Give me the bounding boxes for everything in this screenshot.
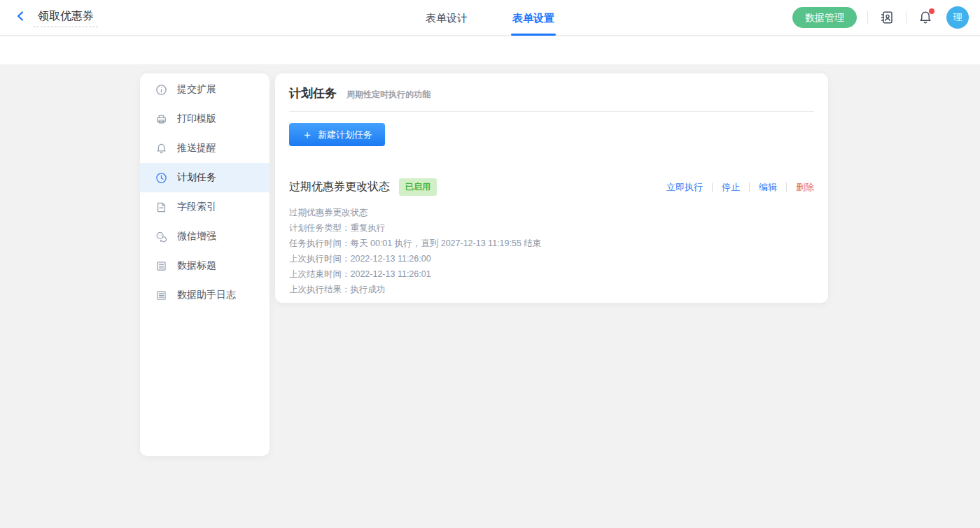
tab-form-design[interactable]: 表单设计 <box>426 0 468 36</box>
divider <box>749 183 750 192</box>
data-manage-button[interactable]: 数据管理 <box>792 7 857 28</box>
sidebar-item-label: 数据标题 <box>177 259 216 272</box>
list-icon <box>155 260 167 272</box>
sidebar-item-scheduled-tasks[interactable]: 计划任务 <box>140 163 270 192</box>
panel-header: 计划任务 周期性定时执行的功能 <box>289 85 814 101</box>
task-item: 过期优惠券更改状态 已启用 立即执行 停止 编辑 删除 过期优惠券更改状态 计划… <box>289 178 814 297</box>
bell-icon <box>155 143 167 155</box>
last-run-time-line: 上次执行时间：2022-12-13 11:26:00 <box>289 251 814 266</box>
divider <box>289 111 814 112</box>
task-type-line: 计划任务类型：重复执行 <box>289 220 814 236</box>
task-title-row: 过期优惠券更改状态 已启用 立即执行 停止 编辑 删除 <box>289 178 814 196</box>
contacts-book-icon[interactable] <box>878 9 895 26</box>
last-end-time-line: 上次结束时间：2022-12-13 11:26:01 <box>289 266 814 282</box>
top-header: 领取优惠券 表单设计 表单设置 数据管理 <box>0 0 980 36</box>
form-title[interactable]: 领取优惠券 <box>34 8 98 27</box>
wechat-icon <box>155 231 167 243</box>
task-actions: 立即执行 停止 编辑 删除 <box>666 181 814 194</box>
sidebar-item-data-title[interactable]: 数据标题 <box>140 251 270 280</box>
sidebar-item-label: 数据助手日志 <box>177 289 236 301</box>
notification-dot <box>929 8 934 14</box>
sub-header-strip <box>0 36 980 64</box>
sidebar-item-label: 字段索引 <box>177 201 216 213</box>
task-name: 过期优惠券更改状态 <box>289 180 390 194</box>
back-button[interactable] <box>14 10 28 24</box>
header-right-controls: 数据管理 理 <box>792 0 969 36</box>
printer-icon <box>155 113 167 125</box>
scheduled-tasks-panel: 计划任务 周期性定时执行的功能 ＋ 新建计划任务 过期优惠券更改状态 已启用 立… <box>275 73 828 303</box>
panel-title: 计划任务 <box>289 85 337 101</box>
new-task-button[interactable]: ＋ 新建计划任务 <box>289 123 385 146</box>
user-avatar[interactable]: 理 <box>946 6 969 29</box>
sidebar-item-data-assistant-log[interactable]: 数据助手日志 <box>140 280 270 310</box>
chevron-left-icon <box>15 10 27 25</box>
divider <box>786 183 787 192</box>
sidebar-item-field-index[interactable]: 字段索引 <box>140 192 270 222</box>
stop-link[interactable]: 停止 <box>722 181 740 194</box>
task-details: 过期优惠券更改状态 计划任务类型：重复执行 任务执行时间：每天 00:01 执行… <box>289 205 814 297</box>
file-icon <box>155 201 167 213</box>
sidebar-item-label: 提交扩展 <box>177 83 216 96</box>
notification-bell-icon[interactable] <box>917 9 934 26</box>
sidebar-item-label: 微信增强 <box>177 230 216 243</box>
sidebar-item-print-template[interactable]: 打印模版 <box>140 104 270 134</box>
sidebar-item-label: 打印模版 <box>177 113 216 125</box>
info-icon <box>155 84 167 96</box>
sidebar-item-label: 推送提醒 <box>177 142 216 155</box>
sidebar-item-push-reminder[interactable]: 推送提醒 <box>140 134 270 163</box>
divider <box>906 11 906 24</box>
sidebar-item-wechat-enhance[interactable]: 微信增强 <box>140 222 270 251</box>
new-task-button-label: 新建计划任务 <box>318 129 372 141</box>
last-result-line: 上次执行结果：执行成功 <box>289 282 814 297</box>
sidebar-item-submit-extension[interactable]: 提交扩展 <box>140 75 270 104</box>
divider <box>712 183 713 192</box>
task-schedule-line: 任务执行时间：每天 00:01 执行，直到 2027-12-13 11:19:5… <box>289 236 814 251</box>
header-tabs: 表单设计 表单设置 <box>426 0 554 36</box>
plus-icon: ＋ <box>302 129 313 141</box>
sidebar-item-label: 计划任务 <box>177 171 216 184</box>
status-badge: 已启用 <box>399 178 437 196</box>
task-description: 过期优惠券更改状态 <box>289 205 814 220</box>
edit-link[interactable]: 编辑 <box>759 181 777 194</box>
delete-link[interactable]: 删除 <box>796 181 814 194</box>
clock-icon <box>155 172 167 184</box>
divider <box>867 11 868 24</box>
panel-subtitle: 周期性定时执行的功能 <box>346 89 430 101</box>
run-now-link[interactable]: 立即执行 <box>666 181 703 194</box>
page: 领取优惠券 表单设计 表单设置 数据管理 <box>0 0 980 528</box>
tab-form-settings[interactable]: 表单设置 <box>512 0 554 36</box>
list-icon <box>155 290 167 301</box>
settings-sidebar: 提交扩展 打印模版 推送提醒 <box>140 73 270 456</box>
